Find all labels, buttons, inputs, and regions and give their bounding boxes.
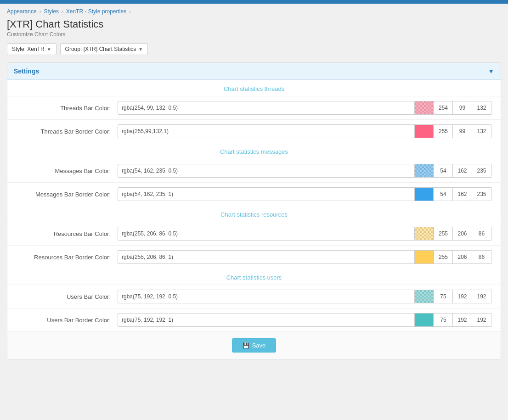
section-heading-2: Chart statistics resources [7, 206, 501, 222]
group-dropdown[interactable]: Group: [XTR] Chart Statistics ▼ [60, 43, 148, 55]
settings-chevron-icon[interactable]: ▼ [488, 67, 494, 75]
section-heading-0: Chart statistics threads [7, 80, 501, 96]
toolbar: Style: XenTR ▼ Group: [XTR] Chart Statis… [7, 43, 501, 55]
color-label-3-1: Users Bar Border Color: [17, 317, 118, 324]
main-container: Appearance › Styles › XenTR - Style prop… [0, 4, 508, 369]
save-icon: 💾 [243, 342, 249, 349]
nums-group-1-0 [434, 164, 491, 178]
color-g-3-0[interactable] [453, 290, 472, 303]
color-swatch-2-0[interactable] [414, 227, 434, 241]
color-r-1-1[interactable] [434, 187, 453, 201]
color-r-0-1[interactable] [434, 124, 453, 138]
color-input-group-2-1 [118, 250, 491, 264]
save-button[interactable]: 💾 Save [232, 338, 277, 353]
color-swatch-1-1[interactable] [414, 187, 434, 201]
breadcrumb-styles[interactable]: Styles [44, 8, 59, 15]
color-g-3-1[interactable] [453, 313, 472, 327]
sections-container: Chart statistics threadsThreads Bar Colo… [7, 80, 501, 331]
color-text-input-1-1[interactable] [118, 187, 414, 201]
color-text-input-1-0[interactable] [118, 164, 414, 178]
settings-header: Settings ▼ [7, 63, 501, 80]
breadcrumb-sep-1: › [40, 9, 41, 14]
breadcrumb: Appearance › Styles › XenTR - Style prop… [7, 8, 501, 15]
color-b-3-1[interactable] [472, 313, 491, 327]
color-text-input-3-1[interactable] [118, 313, 414, 327]
color-row-1-0: Messages Bar Color: [7, 159, 501, 182]
color-g-0-0[interactable] [453, 101, 472, 115]
color-label-0-0: Threads Bar Color: [17, 105, 118, 112]
footer-bar: 💾 Save [7, 331, 501, 359]
color-b-2-0[interactable] [472, 227, 491, 241]
top-bar [0, 0, 508, 4]
color-g-1-1[interactable] [453, 187, 472, 201]
nums-group-2-1 [434, 250, 491, 264]
color-text-input-0-0[interactable] [118, 101, 414, 115]
color-row-0-1: Threads Bar Border Color: [7, 119, 501, 143]
color-input-group-0-1 [118, 124, 491, 138]
page-subtitle: Customize Chart Colors [7, 31, 501, 38]
color-g-1-0[interactable] [453, 164, 472, 178]
color-input-group-1-0 [118, 164, 491, 178]
nums-group-0-0 [434, 101, 491, 115]
color-b-2-1[interactable] [472, 250, 491, 264]
breadcrumb-sep-3: › [129, 9, 131, 14]
nums-group-0-1 [434, 124, 491, 138]
section-heading-3: Chart statistics users [7, 269, 501, 285]
page-title: [XTR] Chart Statistics [7, 18, 501, 30]
breadcrumb-appearance[interactable]: Appearance [7, 8, 37, 15]
color-label-1-1: Messages Bar Border Color: [17, 191, 118, 198]
color-r-2-0[interactable] [434, 227, 453, 241]
color-b-0-0[interactable] [472, 101, 491, 115]
style-dropdown[interactable]: Style: XenTR ▼ [7, 43, 56, 55]
color-text-input-2-0[interactable] [118, 227, 414, 241]
color-row-2-0: Resources Bar Color: [7, 222, 501, 245]
color-row-1-1: Messages Bar Border Color: [7, 182, 501, 206]
style-dropdown-caret: ▼ [47, 47, 51, 52]
color-row-2-1: Resources Bar Border Color: [7, 245, 501, 269]
color-input-group-2-0 [118, 227, 491, 241]
color-label-0-1: Threads Bar Border Color: [17, 128, 118, 135]
color-b-3-0[interactable] [472, 290, 491, 303]
breadcrumb-style-props[interactable]: XenTR - Style properties [66, 8, 126, 15]
color-label-2-1: Resources Bar Border Color: [17, 254, 118, 261]
color-row-3-1: Users Bar Border Color: [7, 308, 501, 331]
color-swatch-0-0[interactable] [414, 101, 434, 115]
nums-group-3-0 [434, 290, 491, 303]
color-input-group-3-0 [118, 290, 491, 303]
group-dropdown-label: Group: [XTR] Chart Statistics [65, 46, 136, 52]
color-g-2-0[interactable] [453, 227, 472, 241]
color-swatch-2-1[interactable] [414, 250, 434, 264]
color-g-0-1[interactable] [453, 124, 472, 138]
color-label-1-0: Messages Bar Color: [17, 168, 118, 174]
nums-group-3-1 [434, 313, 491, 327]
nums-group-1-1 [434, 187, 491, 201]
nums-group-2-0 [434, 227, 491, 241]
color-swatch-3-1[interactable] [414, 313, 434, 327]
color-r-2-1[interactable] [434, 250, 453, 264]
color-swatch-3-0[interactable] [414, 290, 434, 303]
color-r-1-0[interactable] [434, 164, 453, 178]
color-label-2-0: Resources Bar Color: [17, 230, 118, 237]
color-text-input-0-1[interactable] [118, 124, 414, 138]
section-heading-1: Chart statistics messages [7, 143, 501, 159]
color-text-input-2-1[interactable] [118, 250, 414, 264]
color-r-3-0[interactable] [434, 290, 453, 303]
color-input-group-3-1 [118, 313, 491, 327]
color-b-1-0[interactable] [472, 164, 491, 178]
settings-panel: Settings ▼ Chart statistics threadsThrea… [7, 62, 501, 359]
color-input-group-1-1 [118, 187, 491, 201]
color-r-0-0[interactable] [434, 101, 453, 115]
color-swatch-0-1[interactable] [414, 124, 434, 138]
style-dropdown-label: Style: XenTR [12, 46, 45, 52]
color-b-1-1[interactable] [472, 187, 491, 201]
color-swatch-1-0[interactable] [414, 164, 434, 178]
color-g-2-1[interactable] [453, 250, 472, 264]
color-row-0-0: Threads Bar Color: [7, 96, 501, 119]
breadcrumb-sep-2: › [62, 9, 63, 14]
settings-title: Settings [14, 67, 39, 75]
color-input-group-0-0 [118, 101, 491, 115]
color-row-3-0: Users Bar Color: [7, 285, 501, 308]
color-r-3-1[interactable] [434, 313, 453, 327]
color-text-input-3-0[interactable] [118, 290, 414, 303]
color-b-0-1[interactable] [472, 124, 491, 138]
